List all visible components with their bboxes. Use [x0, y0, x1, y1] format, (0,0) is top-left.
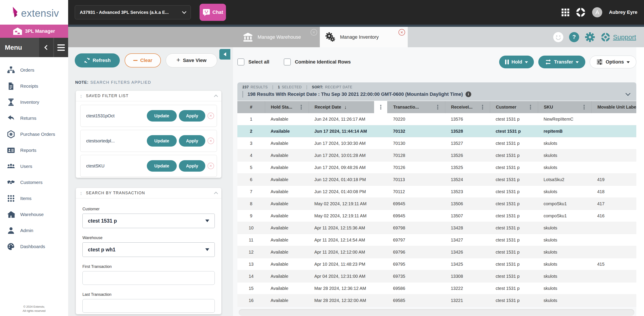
table-row[interactable]: 7AvailableJun 12 2024, 01:40:08 PM701121… — [238, 186, 636, 198]
sidebar-item-receipts[interactable]: Receipts — [0, 78, 68, 94]
sidebar-item-inventory[interactable]: Inventory — [0, 94, 68, 110]
table-row[interactable]: 15AvailableMar 28 2024, 12:36:12 AM69586… — [238, 282, 636, 294]
column-header-receivei[interactable]: ReceiveI... — [445, 101, 490, 113]
sidebar-item-returns[interactable]: Returns — [0, 110, 68, 126]
column-header-[interactable]: # — [238, 101, 265, 113]
select-all-checkbox[interactable] — [238, 58, 244, 66]
remove-filter-icon[interactable]: ✕ — [208, 162, 214, 169]
cell: Available — [265, 270, 308, 282]
column-header-receipt-date[interactable]: Receipt Date↓ — [308, 101, 387, 113]
last-transaction-input[interactable] — [82, 299, 215, 313]
column-header-movable-unit-label[interactable]: Movable Unit Label — [592, 101, 636, 113]
chat-button[interactable]: Chat — [200, 4, 226, 21]
drag-handle-icon[interactable]: ↕ — [80, 190, 82, 196]
update-filter-button[interactable]: Update — [147, 135, 177, 146]
close-tab-icon[interactable]: ✕ — [398, 29, 405, 36]
bank-icon — [243, 32, 253, 42]
remove-filter-icon[interactable]: ✕ — [208, 138, 214, 144]
sidebar-item-dashboards[interactable]: Dashboards — [0, 238, 68, 254]
column-menu-kebab-icon[interactable] — [581, 101, 587, 113]
first-transaction-input[interactable] — [82, 271, 215, 285]
hamburger-menu-button[interactable] — [54, 38, 68, 57]
column-header-hold-sta[interactable]: Hold Sta... — [265, 101, 308, 113]
tab-manage-warehouse[interactable]: Manage Warehouse ✕ — [238, 27, 320, 47]
cell: Available — [265, 137, 308, 150]
update-filter-button[interactable]: Update — [147, 160, 177, 172]
info-icon[interactable]: i — [466, 92, 471, 97]
column-menu-kebab-icon[interactable] — [374, 101, 387, 113]
table-row[interactable]: 1AvailableJun 24 2024, 11:26:17 AM702201… — [238, 113, 636, 125]
refresh-button[interactable]: Refresh — [75, 54, 120, 68]
drag-handle-icon[interactable]: ↕ — [80, 93, 82, 99]
apply-filter-button[interactable]: Apply — [179, 160, 205, 172]
chevron-up-icon[interactable] — [214, 192, 218, 196]
home-icon — [6, 210, 16, 219]
results-group-row[interactable]: 198 Results With Receipt Date : Thu Sep … — [242, 91, 636, 98]
help-ring-icon[interactable] — [576, 8, 586, 17]
collapse-filter-panel-button[interactable] — [219, 49, 230, 60]
table-row[interactable]: 5AvailableJun 17 2024, 09:48:26 AM701261… — [238, 162, 636, 174]
column-menu-kebab-icon[interactable] — [298, 101, 304, 113]
settings-gear-icon[interactable] — [585, 32, 595, 42]
sidebar-item-customers[interactable]: Customers — [0, 174, 68, 190]
help-icon[interactable]: ? — [569, 32, 579, 42]
cell: May 02 2024, 12:19:11 AM — [308, 198, 387, 210]
tab-manage-inventory[interactable]: Manage Inventory ✕ — [320, 27, 408, 47]
sidebar-item-warehouse[interactable]: Warehouse — [0, 206, 68, 222]
table-row[interactable]: 11AvailableApr 11 2024, 12:14:54 AM69797… — [238, 234, 636, 246]
sort-desc-icon[interactable]: ↓ — [344, 104, 346, 110]
save-view-button[interactable]: + Save View — [166, 54, 217, 68]
sidebar-item-orders[interactable]: Orders — [0, 62, 68, 78]
hold-button[interactable]: Hold — [499, 56, 534, 68]
table-row[interactable]: 3AvailableJun 17 2024, 10:30:30 AM701301… — [238, 137, 636, 150]
table-row[interactable]: 6AvailableJun 12 2024, 01:40:18 PM701131… — [238, 174, 636, 186]
search-by-transaction-header[interactable]: ↕ SEARCH BY TRANSACTION — [76, 188, 221, 198]
warehouse-dropdown[interactable]: ctest p wh1 — [82, 242, 215, 257]
column-menu-kebab-icon[interactable] — [528, 101, 533, 113]
transfer-button[interactable]: Transfer — [538, 56, 585, 68]
sidebar-item-reports[interactable]: Reports — [0, 142, 68, 158]
support-ring-icon[interactable] — [601, 32, 610, 42]
column-header-transactio[interactable]: Transactio... — [387, 101, 445, 113]
sidebar-item-purchase-orders[interactable]: Purchase Orders — [0, 126, 68, 142]
column-header-customer[interactable]: Customer — [490, 101, 538, 113]
apply-filter-button[interactable]: Apply — [179, 135, 205, 146]
cell: 70220 — [387, 113, 445, 125]
table-row[interactable]: 14AvailableApr 04 2024, 12:31:00 AM69735… — [238, 270, 636, 282]
horizontal-scrollbar[interactable] — [239, 309, 634, 316]
search-by-transaction-body: Customer ctest 1531 p Warehouse ctest p … — [76, 198, 221, 313]
close-tab-icon[interactable]: ✕ — [310, 29, 317, 36]
combine-identical-rows-checkbox[interactable] — [284, 58, 291, 66]
app-switcher-3pl-manager[interactable]: 3PL Manager — [0, 24, 68, 38]
table-row[interactable]: 10AvailableApr 11 2024, 12:15:36 AM69798… — [238, 222, 636, 234]
table-row[interactable]: 8AvailableMay 02 2024, 12:19:11 AM699451… — [238, 198, 636, 210]
cell: 415 — [592, 258, 636, 270]
remove-filter-icon[interactable]: ✕ — [208, 112, 214, 119]
column-menu-kebab-icon[interactable] — [480, 101, 485, 113]
app-grid-icon[interactable] — [562, 8, 569, 16]
column-header-sku[interactable]: SKU — [538, 101, 592, 113]
table-row[interactable]: 4AvailableJun 17 2024, 10:01:28 AM701281… — [238, 150, 636, 162]
saved-filter-list-header[interactable]: ↕ SAVED FILTER LIST — [76, 91, 221, 101]
column-menu-kebab-icon[interactable] — [435, 101, 440, 113]
sidebar-item-users[interactable]: Users — [0, 158, 68, 174]
clear-button[interactable]: Clear — [124, 54, 161, 68]
table-row[interactable]: 2AvailableJun 17 2024, 11:44:14 AM701321… — [238, 125, 636, 137]
options-button[interactable]: Options — [590, 56, 636, 68]
table-row[interactable]: 13AvailableApr 10 2024, 11:48:23 PM69795… — [238, 258, 636, 270]
support-link[interactable]: Support — [613, 34, 636, 41]
sidebar-item-admin[interactable]: Admin — [0, 222, 68, 238]
chevron-up-icon[interactable] — [214, 94, 218, 98]
apply-filter-button[interactable]: Apply — [179, 110, 205, 122]
customer-dropdown[interactable]: ctest 1531 p — [82, 214, 215, 228]
vertical-scrollbar-track[interactable] — [636, 47, 644, 316]
feedback-smiley-icon[interactable] — [553, 32, 563, 42]
client-selector-dropdown[interactable]: A37931 - Advanced 3PL Services (a.k.a E.… — [75, 5, 191, 19]
collapse-sidebar-button[interactable] — [39, 38, 53, 57]
table-row[interactable]: 9AvailableMay 02 2024, 12:19:11 AM699451… — [238, 210, 636, 222]
update-filter-button[interactable]: Update — [147, 110, 177, 122]
sidebar-item-items[interactable]: Items — [0, 190, 68, 206]
table-row[interactable]: 16AvailableMar 28 2024, 12:32:00 AM69585… — [238, 294, 636, 306]
user-avatar[interactable]: A — [592, 7, 602, 17]
table-row[interactable]: 12AvailableApr 11 2024, 12:12:00 AM69796… — [238, 246, 636, 258]
